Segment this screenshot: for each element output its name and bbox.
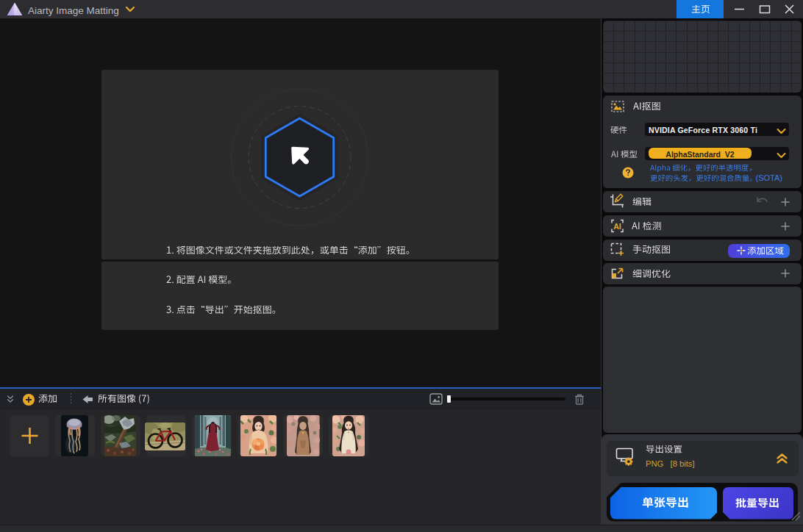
svg-text:AI: AI — [613, 222, 621, 231]
